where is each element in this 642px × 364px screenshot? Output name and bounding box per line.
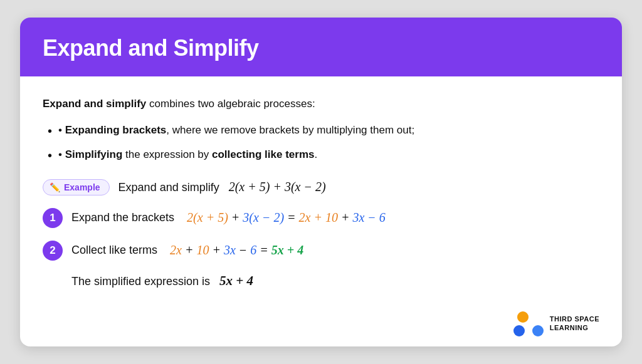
- brand-top: THIRD SPACE: [550, 315, 599, 323]
- bullet-content: Simplifying the expression by collecting…: [65, 146, 318, 163]
- footer: THIRD SPACE LEARNING: [20, 304, 622, 346]
- step-1-formula-orange: 2(x + 5): [187, 211, 228, 224]
- card-body: Expand and simplify combines two algebra…: [20, 76, 622, 303]
- step-1-row: 1 Expand the brackets 2(x + 5) + 3(x − 2…: [43, 208, 599, 228]
- circle-blue-right-icon: [532, 325, 544, 336]
- example-row: ✏️ Example Expand and simplify 2(x + 5) …: [43, 179, 599, 195]
- step-1-formula: 2(x + 5) + 3(x − 2) = 2x + 10 + 3x − 6: [187, 211, 386, 225]
- step-1-formula-blue: 3(x − 2): [243, 211, 284, 224]
- bullet-marker: •: [58, 122, 65, 138]
- card: Expand and Simplify Expand and simplify …: [20, 18, 622, 346]
- step-1-number: 1: [50, 212, 55, 224]
- bullet-content: Expanding brackets, where we remove brac…: [65, 122, 414, 138]
- bullet-bold-1: Expanding brackets: [65, 124, 167, 136]
- tsl-logo: THIRD SPACE LEARNING: [513, 311, 599, 336]
- intro-rest: combines two algebraic processes:: [146, 98, 315, 110]
- step-2-blue-2: 6: [250, 243, 256, 257]
- step-2-number: 2: [50, 244, 55, 257]
- step-2-row: 2 Collect like terms 2x + 10 + 3x − 6 = …: [43, 241, 599, 261]
- step-1-result-blue: 3x − 6: [352, 211, 385, 224]
- bullet-list: • Expanding brackets, where we remove br…: [48, 122, 599, 165]
- card-header: Expand and Simplify: [20, 18, 622, 76]
- example-text: Expand and simplify 2(x + 5) + 3(x − 2): [118, 180, 326, 194]
- bullet-bold-2: Simplifying: [65, 148, 123, 160]
- pencil-icon: ✏️: [50, 182, 60, 192]
- step-2-blue-1: 3x: [224, 243, 236, 257]
- list-item: • Expanding brackets, where we remove br…: [48, 122, 599, 141]
- example-formula: 2(x + 5) + 3(x − 2): [229, 180, 326, 194]
- step-1-result-orange: 2x + 10: [299, 211, 338, 224]
- step-2-formula: 2x + 10 + 3x − 6 = 5x + 4: [170, 243, 303, 257]
- conclusion-formula: 5x + 4: [219, 273, 253, 288]
- step-1-badge: 1: [43, 208, 63, 228]
- page-title: Expand and Simplify: [43, 35, 599, 61]
- intro-bold: Expand and simplify: [43, 98, 146, 110]
- example-badge-label: Example: [64, 182, 100, 192]
- circle-yellow-icon: [517, 311, 529, 323]
- list-item: • Simplifying the expression by collecti…: [48, 146, 599, 165]
- step-1-label: Expand the brackets: [71, 211, 174, 224]
- step-2-badge: 2: [43, 241, 63, 261]
- conclusion-text: The simplified expression is: [71, 275, 216, 288]
- tsl-circles-icon: [513, 311, 544, 336]
- brand-bottom: LEARNING: [550, 324, 599, 332]
- intro-paragraph: Expand and simplify combines two algebra…: [43, 95, 599, 112]
- conclusion-row: The simplified expression is 5x + 4: [71, 273, 599, 289]
- step-2-orange-2: 10: [196, 243, 209, 257]
- example-badge: ✏️ Example: [43, 179, 110, 195]
- step-2-orange-1: 2x: [170, 243, 182, 257]
- step-2-result: 5x + 4: [271, 243, 303, 257]
- circle-blue-left-icon: [513, 325, 525, 336]
- step-2-label: Collect like terms: [71, 244, 157, 257]
- tsl-brand-text: THIRD SPACE LEARNING: [550, 315, 599, 331]
- bullet-marker: •: [58, 146, 65, 163]
- bullet-bold-3: collecting like terms: [212, 148, 314, 160]
